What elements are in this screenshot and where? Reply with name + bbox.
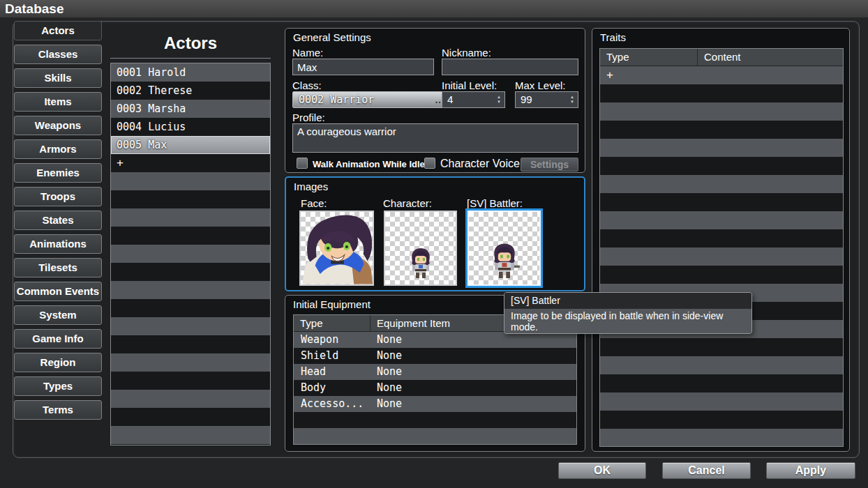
- max-level-stepper[interactable]: 99 ▲▼: [515, 91, 578, 108]
- sidebar-tab-actors[interactable]: Actors: [14, 21, 102, 40]
- traits-col-type: Type: [600, 49, 698, 66]
- sidebar-tab-armors[interactable]: Armors: [14, 139, 102, 159]
- face-label: Face:: [301, 197, 327, 209]
- traits-title: Traits: [600, 31, 626, 43]
- actor-item[interactable]: 0003 Marsha: [111, 100, 270, 118]
- actor-empty-row: [111, 426, 270, 444]
- apply-button[interactable]: Apply: [766, 462, 855, 479]
- ok-button[interactable]: OK: [558, 462, 646, 479]
- equipment-type-cell: Weapon: [294, 332, 371, 348]
- trait-empty-row: [600, 338, 843, 356]
- actor-item[interactable]: 0002 Therese: [111, 82, 270, 100]
- sidebar-tab-states[interactable]: States: [14, 211, 102, 230]
- trait-empty-row: [600, 211, 843, 229]
- trait-empty-row: [600, 266, 843, 284]
- sidebar-tab-troops[interactable]: Troops: [14, 187, 102, 206]
- equipment-rows: WeaponNoneShieldNoneHeadNoneBodyNoneAcce…: [294, 332, 576, 444]
- profile-textarea[interactable]: A courageous warrior: [292, 123, 578, 153]
- character-label: Character:: [383, 197, 432, 209]
- character-image[interactable]: [384, 211, 457, 286]
- trait-empty-row: [600, 157, 843, 175]
- window-title: Database: [0, 0, 868, 18]
- sidebar-tab-tilesets[interactable]: Tilesets: [14, 258, 102, 277]
- trait-empty-row: [600, 84, 843, 102]
- face-portrait-graphic: [301, 212, 373, 284]
- voice-settings-button[interactable]: Settings: [521, 158, 578, 171]
- class-value: 0002 Warrior: [293, 93, 435, 106]
- equipment-type-cell: [294, 428, 371, 444]
- general-settings-panel: General Settings Name: Nickname: Class: …: [285, 28, 585, 173]
- trait-empty-row: [600, 102, 843, 121]
- actor-empty-row: [111, 408, 270, 426]
- equipment-item-cell: None: [371, 348, 576, 364]
- spinner-down-icon[interactable]: ▼: [570, 100, 574, 105]
- class-dropdown[interactable]: 0002 Warrior …: [292, 91, 451, 108]
- actor-item[interactable]: 0001 Harold: [111, 63, 270, 82]
- trait-empty-row: [600, 193, 843, 211]
- walk-animation-checkbox[interactable]: [297, 158, 308, 169]
- actor-empty-row: [111, 227, 270, 245]
- traits-table-header: Type Content: [600, 49, 843, 66]
- sidebar-tab-skills[interactable]: Skills: [14, 68, 102, 88]
- sidebar-tab-region[interactable]: Region: [14, 353, 102, 372]
- max-level-value: 99: [516, 92, 567, 107]
- sidebar-tab-items[interactable]: Items: [14, 92, 102, 112]
- actor-empty-row: [111, 335, 270, 353]
- equipment-col-item: Equipment Item: [371, 315, 450, 331]
- actor-empty-row: [111, 245, 270, 263]
- actor-item[interactable]: 0004 Lucius: [111, 118, 270, 136]
- transparency-checker: [469, 212, 539, 284]
- add-actor-row[interactable]: +: [111, 154, 270, 172]
- sidebar: ActorsClassesSkillsItemsWeaponsArmorsEne…: [14, 21, 102, 424]
- cancel-button[interactable]: Cancel: [662, 462, 751, 479]
- sidebar-tab-common-events[interactable]: Common Events: [14, 282, 102, 301]
- sidebar-tab-system[interactable]: System: [14, 305, 102, 325]
- sidebar-tab-terms[interactable]: Terms: [14, 400, 102, 420]
- sidebar-tab-classes[interactable]: Classes: [14, 45, 102, 64]
- nickname-label: Nickname:: [442, 47, 491, 59]
- sidebar-tab-weapons[interactable]: Weapons: [14, 116, 102, 135]
- trait-empty-row: [600, 121, 843, 139]
- character-voice-label: Character Voice: [440, 158, 520, 170]
- spinner-down-icon[interactable]: ▼: [497, 100, 501, 105]
- equipment-item-cell: [371, 428, 576, 444]
- spinner-up-icon[interactable]: ▲: [570, 95, 574, 100]
- spinner-up-icon[interactable]: ▲: [497, 95, 501, 100]
- equipment-empty-row: [294, 428, 576, 444]
- initial-equipment-title: Initial Equipment: [293, 298, 371, 310]
- actor-empty-row: [111, 281, 270, 299]
- sidebar-tab-enemies[interactable]: Enemies: [14, 163, 102, 183]
- character-voice-checkbox[interactable]: [424, 158, 435, 169]
- actor-item[interactable]: 0005 Max: [111, 136, 270, 154]
- sidebar-tab-types[interactable]: Types: [14, 376, 102, 396]
- sidebar-tab-game-info[interactable]: Game Info: [14, 329, 102, 349]
- equipment-row[interactable]: Accesso...None: [294, 396, 576, 412]
- sv-battler-image[interactable]: [467, 211, 541, 286]
- actor-empty-row: [111, 390, 270, 408]
- sidebar-tab-animations[interactable]: Animations: [14, 234, 102, 254]
- tooltip-title: [SV] Battler: [504, 293, 751, 309]
- equipment-row[interactable]: WeaponNone: [294, 332, 576, 348]
- actor-empty-row: [111, 372, 270, 390]
- sv-battler-tooltip: [SV] Battler Image to be displayed in ba…: [504, 292, 752, 334]
- name-input[interactable]: [292, 59, 434, 75]
- equipment-row[interactable]: BodyNone: [294, 380, 576, 396]
- initial-level-stepper[interactable]: 4 ▲▼: [442, 91, 505, 108]
- equipment-item-cell: [371, 412, 576, 428]
- face-image[interactable]: [299, 211, 374, 286]
- actor-empty-row: [111, 190, 270, 208]
- trait-empty-row: [600, 429, 843, 447]
- equipment-empty-row: [294, 412, 576, 428]
- equipment-item-cell: None: [371, 332, 576, 348]
- initial-level-label: Initial Level:: [442, 79, 497, 91]
- equipment-row[interactable]: ShieldNone: [294, 348, 576, 364]
- trait-empty-row: [600, 356, 843, 374]
- equipment-row[interactable]: HeadNone: [294, 364, 576, 380]
- actor-empty-row: [111, 353, 270, 372]
- trait-empty-row: [600, 247, 843, 266]
- equipment-type-cell: Accesso...: [294, 396, 371, 412]
- equipment-type-cell: [294, 412, 371, 428]
- add-trait-row[interactable]: +: [600, 66, 843, 84]
- nickname-input[interactable]: [442, 59, 578, 75]
- actor-empty-row: [111, 263, 270, 281]
